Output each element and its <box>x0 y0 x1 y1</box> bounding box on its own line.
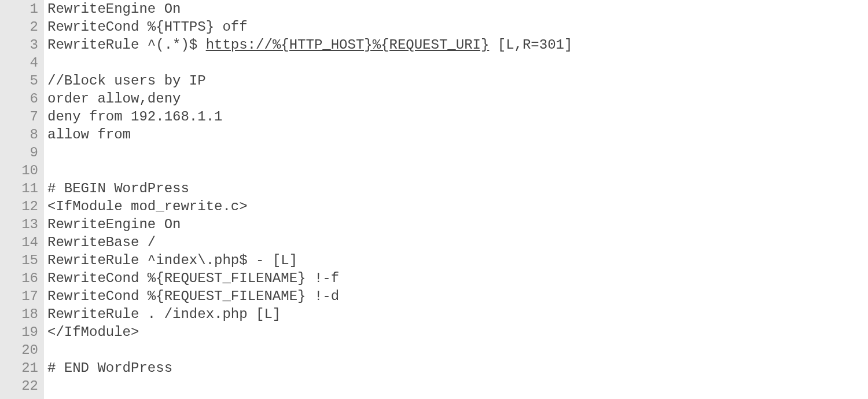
line-number: 16 <box>0 269 38 287</box>
code-text-segment: //Block users by IP <box>47 73 206 89</box>
code-text-segment: RewriteCond %{REQUEST_FILENAME} !-f <box>47 270 339 286</box>
code-text-segment: [L,R=301] <box>489 37 572 53</box>
code-text-segment: RewriteRule ^index\.php$ - [L] <box>47 252 297 268</box>
code-line[interactable]: RewriteCond %{REQUEST_FILENAME} !-d <box>47 287 572 305</box>
line-number: 6 <box>0 90 38 108</box>
code-line[interactable] <box>47 162 572 180</box>
code-content[interactable]: RewriteEngine OnRewriteCond %{HTTPS} off… <box>44 0 572 399</box>
code-line[interactable]: RewriteRule . /index.php [L] <box>47 305 572 323</box>
code-text-segment: RewriteEngine On <box>47 217 181 232</box>
code-text-segment: # END WordPress <box>47 360 172 376</box>
code-line[interactable] <box>47 377 572 395</box>
code-line[interactable]: allow from <box>47 126 572 144</box>
line-number: 3 <box>0 36 38 54</box>
code-line[interactable]: RewriteCond %{REQUEST_FILENAME} !-f <box>47 269 572 287</box>
code-line[interactable]: RewriteRule ^index\.php$ - [L] <box>47 251 572 269</box>
code-line[interactable] <box>47 54 572 72</box>
code-text-segment: </IfModule> <box>47 324 139 340</box>
code-text-segment: RewriteCond %{HTTPS} off <box>47 19 248 35</box>
line-number: 14 <box>0 233 38 251</box>
line-number: 7 <box>0 108 38 126</box>
code-text-segment: RewriteBase / <box>47 235 156 250</box>
line-number: 9 <box>0 144 38 162</box>
code-link-segment[interactable]: https://%{HTTP_HOST}%{REQUEST_URI} <box>206 37 490 53</box>
line-number: 21 <box>0 359 38 377</box>
code-editor: 12345678910111213141516171819202122 Rewr… <box>0 0 868 399</box>
code-line[interactable]: //Block users by IP <box>47 72 572 90</box>
line-number: 12 <box>0 197 38 215</box>
code-text-segment: # BEGIN WordPress <box>47 181 189 196</box>
code-text-segment: RewriteCond %{REQUEST_FILENAME} !-d <box>47 288 339 304</box>
line-number: 17 <box>0 287 38 305</box>
code-text-segment: deny from 192.168.1.1 <box>47 109 222 125</box>
line-number: 22 <box>0 377 38 395</box>
line-number: 10 <box>0 162 38 180</box>
code-text-segment: allow from <box>47 127 131 142</box>
line-number: 8 <box>0 126 38 144</box>
line-number: 2 <box>0 18 38 36</box>
line-number-gutter: 12345678910111213141516171819202122 <box>0 0 44 399</box>
line-number: 11 <box>0 180 38 197</box>
code-line[interactable] <box>47 144 572 162</box>
code-text-segment: RewriteRule . /index.php [L] <box>47 306 281 322</box>
line-number: 13 <box>0 215 38 233</box>
code-text-segment: RewriteRule ^(.*)$ <box>47 37 206 53</box>
code-line[interactable]: RewriteRule ^(.*)$ https://%{HTTP_HOST}%… <box>47 36 572 54</box>
code-line[interactable]: RewriteBase / <box>47 233 572 251</box>
code-line[interactable]: RewriteCond %{HTTPS} off <box>47 18 572 36</box>
line-number: 1 <box>0 0 38 18</box>
code-text-segment: <IfModule mod_rewrite.c> <box>47 199 248 214</box>
code-line[interactable]: # END WordPress <box>47 359 572 377</box>
code-line[interactable]: <IfModule mod_rewrite.c> <box>47 197 572 215</box>
code-text-segment: RewriteEngine On <box>47 1 181 17</box>
code-line[interactable]: RewriteEngine On <box>47 0 572 18</box>
code-line[interactable]: order allow,deny <box>47 90 572 108</box>
line-number: 19 <box>0 323 38 341</box>
code-line[interactable]: # BEGIN WordPress <box>47 180 572 197</box>
code-line[interactable]: deny from 192.168.1.1 <box>47 108 572 126</box>
line-number: 18 <box>0 305 38 323</box>
code-text-segment: order allow,deny <box>47 91 181 107</box>
code-line[interactable] <box>47 341 572 359</box>
code-line[interactable]: </IfModule> <box>47 323 572 341</box>
code-line[interactable]: RewriteEngine On <box>47 215 572 233</box>
line-number: 4 <box>0 54 38 72</box>
line-number: 5 <box>0 72 38 90</box>
line-number: 15 <box>0 251 38 269</box>
line-number: 20 <box>0 341 38 359</box>
